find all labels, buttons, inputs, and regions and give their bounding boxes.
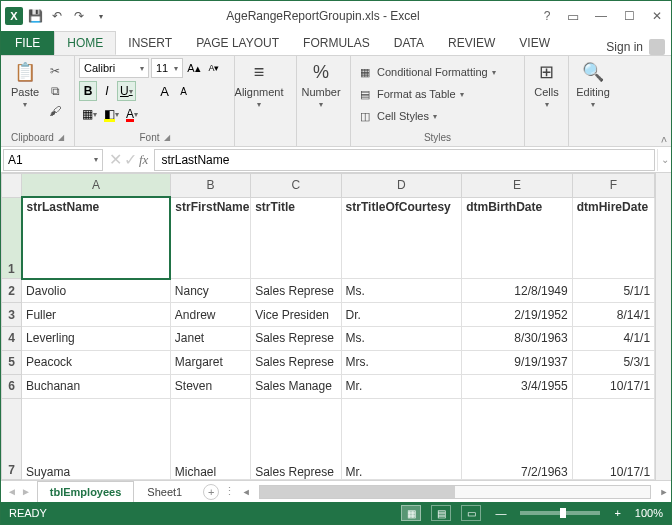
sheet-tab-other[interactable]: Sheet1 bbox=[134, 481, 195, 503]
col-F[interactable]: F bbox=[572, 174, 654, 198]
tab-data[interactable]: DATA bbox=[382, 31, 436, 55]
row-2[interactable]: 2DavolioNancySales RepreseMs.12/8/19495/… bbox=[2, 279, 655, 303]
conditional-formatting-button[interactable]: ▦Conditional Formatting▾ bbox=[357, 62, 502, 82]
status-ready: READY bbox=[9, 507, 47, 519]
font-size-select[interactable]: 11▾ bbox=[151, 58, 183, 78]
col-A[interactable]: A bbox=[22, 174, 171, 198]
row-7[interactable]: 7SuyamaMichaelSales RepreseMr.7/2/196310… bbox=[2, 398, 655, 479]
paste-button[interactable]: 📋 Paste ▾ bbox=[5, 58, 45, 109]
zoom-level[interactable]: 100% bbox=[635, 507, 663, 519]
cells-button[interactable]: ⊞ Cells ▾ bbox=[529, 58, 564, 109]
tab-formulas[interactable]: FORMULAS bbox=[291, 31, 382, 55]
help-icon[interactable]: ? bbox=[535, 5, 559, 27]
quick-access-toolbar: X 💾 ↶ ↷ ▾ bbox=[1, 6, 111, 26]
row-4[interactable]: 4LeverlingJanetSales RepreseMs.8/30/1963… bbox=[2, 327, 655, 351]
tab-review[interactable]: REVIEW bbox=[436, 31, 507, 55]
tab-insert[interactable]: INSERT bbox=[116, 31, 184, 55]
group-font: Calibri▾ 11▾ A▴ A▾ B I U ▾ A A ▦ ▾ ◧▾ A▾ bbox=[75, 56, 235, 146]
hscroll-right-icon[interactable]: ► bbox=[657, 487, 671, 497]
table-style-icon: ▤ bbox=[357, 88, 373, 101]
undo-icon[interactable]: ↶ bbox=[47, 6, 67, 26]
cut-icon[interactable]: ✂ bbox=[45, 62, 65, 80]
sheet-tab-active[interactable]: tblEmployees bbox=[37, 481, 135, 503]
alignment-button[interactable]: ≡ Alignment ▾ bbox=[239, 58, 279, 109]
ribbon: 📋 Paste ▾ ✂ ⧉ 🖌 Clipboard◢ Calibri▾ 11▾ … bbox=[1, 55, 671, 147]
increase-font-icon[interactable]: A▴ bbox=[185, 58, 203, 78]
zoom-out-icon[interactable]: — bbox=[491, 507, 510, 519]
italic-button[interactable]: I bbox=[98, 81, 116, 101]
spreadsheet-grid[interactable]: A B C D E F 1 strLastName strFirstName s… bbox=[1, 173, 671, 480]
bold-button[interactable]: B bbox=[79, 81, 97, 101]
decrease-font-icon[interactable]: A▾ bbox=[205, 58, 223, 78]
format-painter-icon[interactable]: 🖌 bbox=[45, 102, 65, 120]
rowhead-1[interactable]: 1 bbox=[2, 197, 22, 278]
cell-E1[interactable]: dtmBirthDate bbox=[462, 197, 573, 278]
vertical-scrollbar[interactable] bbox=[655, 173, 671, 480]
copy-icon[interactable]: ⧉ bbox=[45, 82, 65, 100]
sign-in-label: Sign in bbox=[606, 40, 643, 54]
minimize-icon[interactable]: — bbox=[587, 5, 615, 27]
sheet-nav-prev-icon[interactable]: ◄ bbox=[7, 486, 17, 497]
qat-customize-icon[interactable]: ▾ bbox=[91, 6, 111, 26]
underline-button[interactable]: U ▾ bbox=[117, 81, 136, 101]
row-3[interactable]: 3FullerAndrewVice PresidenDr.2/19/19528/… bbox=[2, 303, 655, 327]
row-5[interactable]: 5PeacockMargaretSales RepreseMrs.9/19/19… bbox=[2, 350, 655, 374]
col-D[interactable]: D bbox=[341, 174, 462, 198]
font-size-icon[interactable]: A bbox=[156, 81, 174, 101]
font-color-button[interactable]: A▾ bbox=[123, 104, 141, 124]
ribbon-options-icon[interactable]: ▭ bbox=[559, 5, 587, 27]
col-E[interactable]: E bbox=[462, 174, 573, 198]
cell-style-icon: ◫ bbox=[357, 110, 373, 123]
col-C[interactable]: C bbox=[251, 174, 341, 198]
save-icon[interactable]: 💾 bbox=[25, 6, 45, 26]
page-break-view-icon[interactable]: ▭ bbox=[461, 505, 481, 521]
cell-styles-button[interactable]: ◫Cell Styles▾ bbox=[357, 106, 502, 126]
cell-D1[interactable]: strTitleOfCourtesy bbox=[341, 197, 462, 278]
sheet-nav-next-icon[interactable]: ► bbox=[21, 486, 31, 497]
group-editing: 🔍 Editing ▾ bbox=[569, 56, 617, 146]
hscroll-left-icon[interactable]: ◄ bbox=[239, 487, 253, 497]
tab-split-icon[interactable]: ⋮ bbox=[219, 485, 239, 498]
styles-label: Styles bbox=[424, 132, 451, 143]
percent-icon: % bbox=[309, 60, 333, 84]
collapse-ribbon-icon[interactable]: ʌ bbox=[661, 133, 667, 144]
normal-view-icon[interactable]: ▦ bbox=[401, 505, 421, 521]
maximize-icon[interactable]: ☐ bbox=[615, 5, 643, 27]
name-box[interactable]: A1▾ bbox=[3, 149, 103, 171]
zoom-in-icon[interactable]: + bbox=[610, 507, 624, 519]
page-layout-view-icon[interactable]: ▤ bbox=[431, 505, 451, 521]
select-all-corner[interactable] bbox=[2, 174, 22, 198]
tab-page-layout[interactable]: PAGE LAYOUT bbox=[184, 31, 291, 55]
fill-color-button[interactable]: ◧▾ bbox=[101, 104, 122, 124]
redo-icon[interactable]: ↷ bbox=[69, 6, 89, 26]
cancel-formula-icon[interactable]: ✕ bbox=[109, 150, 122, 169]
expand-formula-bar-icon[interactable]: ⌄ bbox=[657, 149, 671, 171]
editing-button[interactable]: 🔍 Editing ▾ bbox=[573, 58, 613, 109]
clipboard-launcher-icon[interactable]: ◢ bbox=[58, 133, 64, 142]
cell-B1[interactable]: strFirstName bbox=[170, 197, 250, 278]
format-as-table-button[interactable]: ▤Format as Table▾ bbox=[357, 84, 502, 104]
number-button[interactable]: % Number ▾ bbox=[301, 58, 341, 109]
font-name-select[interactable]: Calibri▾ bbox=[79, 58, 149, 78]
col-B[interactable]: B bbox=[170, 174, 250, 198]
tab-view[interactable]: VIEW bbox=[507, 31, 562, 55]
horizontal-scrollbar[interactable] bbox=[259, 485, 651, 499]
zoom-slider[interactable] bbox=[520, 511, 600, 515]
cell-C1[interactable]: strTitle bbox=[251, 197, 341, 278]
sign-in[interactable]: Sign in bbox=[606, 39, 671, 55]
formula-input[interactable]: strLastName bbox=[154, 149, 655, 171]
close-icon[interactable]: ✕ bbox=[643, 5, 671, 27]
tab-home[interactable]: HOME bbox=[54, 31, 116, 55]
tab-file[interactable]: FILE bbox=[1, 31, 54, 55]
font-size-small-icon[interactable]: A bbox=[175, 81, 193, 101]
font-launcher-icon[interactable]: ◢ bbox=[164, 133, 170, 142]
fx-icon[interactable]: fx bbox=[139, 152, 148, 168]
cell-A1[interactable]: strLastName bbox=[22, 197, 171, 278]
add-sheet-icon[interactable]: + bbox=[203, 484, 219, 500]
cell-F1[interactable]: dtmHireDate bbox=[572, 197, 654, 278]
column-headers[interactable]: A B C D E F bbox=[2, 174, 655, 198]
row-1[interactable]: 1 strLastName strFirstName strTitle strT… bbox=[2, 197, 655, 278]
enter-formula-icon[interactable]: ✓ bbox=[124, 150, 137, 169]
row-6[interactable]: 6BuchananStevenSales ManageMr.3/4/195510… bbox=[2, 374, 655, 398]
border-button[interactable]: ▦ ▾ bbox=[79, 104, 100, 124]
